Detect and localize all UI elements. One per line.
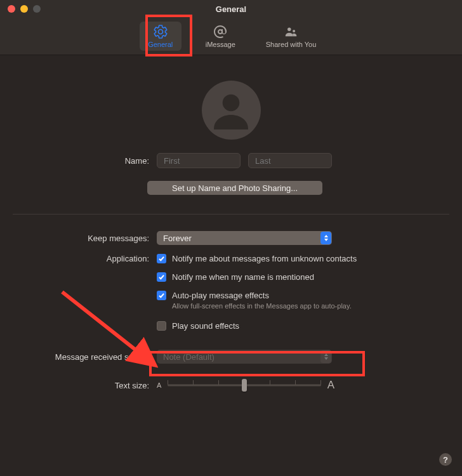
text-size-slider[interactable] (168, 379, 320, 392)
tab-label: General (148, 41, 173, 48)
application-row: Application: Notify me about messages fr… (0, 254, 462, 263)
tab-label: iMessage (206, 41, 235, 48)
window-zoom-button[interactable] (33, 5, 41, 13)
avatar-placeholder[interactable] (202, 81, 261, 140)
help-button[interactable]: ? (439, 453, 452, 466)
svg-point-2 (223, 94, 240, 111)
notify-unknown-label: Notify me about messages from unknown co… (172, 254, 357, 263)
autoplay-row: Auto-play message effects (157, 291, 462, 300)
keep-messages-row: Keep messages: Forever (0, 231, 462, 245)
setup-name-photo-sharing-button[interactable]: Set up Name and Photo Sharing... (147, 181, 322, 195)
notify-mentioned-row: Notify me when my name is mentioned (157, 272, 462, 282)
tab-shared-with-you[interactable]: Shared with You (260, 22, 323, 51)
svg-point-1 (293, 30, 295, 32)
gear-icon (152, 24, 169, 39)
person-icon (207, 86, 255, 135)
select-arrows-icon (320, 350, 331, 363)
autoplay-checkbox[interactable] (157, 291, 166, 300)
window-minimize-button[interactable] (20, 5, 28, 13)
preferences-toolbar: General iMessage Shared with You (0, 18, 462, 55)
name-label: Name: (0, 156, 149, 166)
window-title: General (8, 4, 454, 14)
svg-point-0 (287, 28, 291, 32)
play-sound-checkbox[interactable] (157, 321, 166, 331)
select-arrows-icon (320, 232, 331, 244)
window-close-button[interactable] (8, 5, 15, 13)
tab-general[interactable]: General (140, 22, 182, 51)
text-size-row: Text size: A A (0, 379, 462, 392)
notify-mentioned-checkbox[interactable] (157, 272, 166, 282)
notify-unknown-checkbox[interactable] (157, 254, 166, 263)
window-titlebar: General (0, 0, 462, 18)
select-value: Forever (163, 234, 192, 243)
play-sound-label: Play sound effects (172, 321, 239, 331)
autoplay-sublabel: Allow full-screen effects in the Message… (172, 302, 462, 310)
autoplay-label: Auto-play message effects (172, 291, 269, 300)
keep-messages-select[interactable]: Forever (157, 231, 332, 245)
received-sound-label: Message received sound: (0, 352, 149, 362)
select-value: Note (Default) (163, 352, 214, 362)
first-name-input[interactable] (157, 153, 241, 168)
tab-imessage[interactable]: iMessage (199, 22, 242, 51)
received-sound-row: Message received sound: Note (Default) (0, 350, 462, 364)
notify-mentioned-label: Notify me when my name is mentioned (172, 272, 314, 282)
divider (13, 214, 449, 215)
slider-knob[interactable] (242, 379, 247, 392)
play-sound-row: Play sound effects (157, 321, 462, 331)
name-row: Name: (0, 153, 462, 168)
text-size-label: Text size: (0, 381, 149, 390)
application-label: Application: (0, 254, 149, 263)
traffic-lights (8, 5, 41, 13)
at-sign-icon (211, 24, 229, 39)
tab-label: Shared with You (266, 41, 317, 48)
keep-messages-label: Keep messages: (0, 234, 149, 243)
profile-section (0, 55, 462, 140)
last-name-input[interactable] (248, 153, 332, 168)
text-size-large-icon: A (327, 379, 334, 392)
shared-with-you-icon (282, 24, 300, 39)
received-sound-select: Note (Default) (157, 350, 332, 364)
text-size-small-icon: A (157, 381, 161, 389)
